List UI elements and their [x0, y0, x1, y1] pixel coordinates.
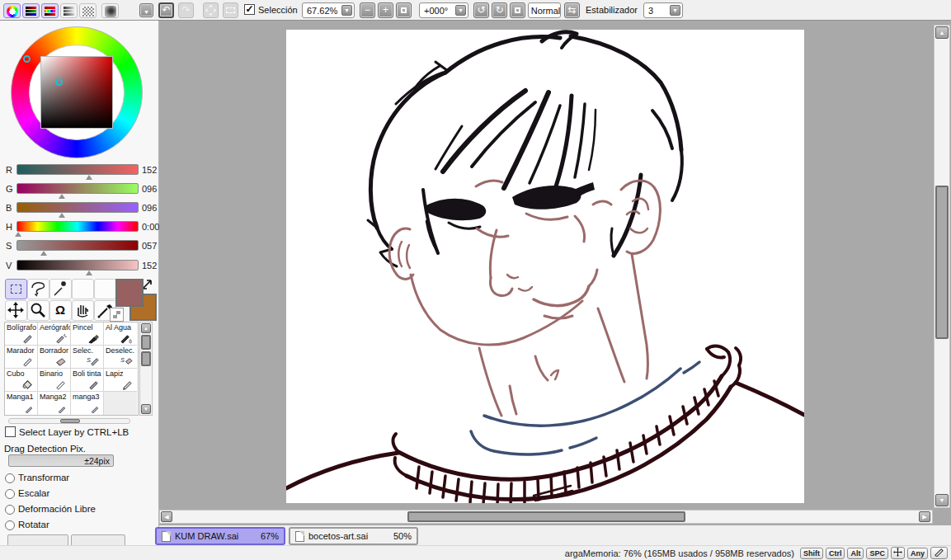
slider-r-marker[interactable] [86, 175, 92, 180]
tool-move[interactable] [5, 300, 27, 321]
slider-s-marker[interactable] [40, 251, 47, 256]
saturation-value-square[interactable] [40, 56, 113, 129]
tool-lasso[interactable] [27, 279, 49, 299]
color-wheel[interactable] [11, 26, 143, 158]
brush-hscroll-thumb[interactable] [60, 419, 80, 423]
drag-detection-value: ±24pix [84, 456, 110, 466]
slider-v-marker[interactable] [86, 271, 92, 275]
brush-lapiz[interactable]: Lapiz [104, 369, 137, 392]
panel-menu-button[interactable]: ▼ [139, 3, 153, 17]
drag-detection-slider[interactable]: ±24pix [8, 454, 114, 467]
brush-scroll-thumb[interactable] [141, 335, 151, 350]
selection-checkbox[interactable]: ✓ [244, 4, 255, 15]
slider-r[interactable] [16, 164, 139, 175]
tool-empty-2[interactable] [94, 279, 116, 299]
zoom-dropdown-icon[interactable]: ▼ [341, 5, 352, 16]
gray-bars-icon [64, 7, 74, 16]
tab-zoom: 50% [393, 531, 412, 541]
undo-button[interactable]: ↶ [158, 2, 174, 18]
angle-value-box[interactable]: +000° ▼ [419, 2, 468, 18]
zoom-reset-button[interactable] [396, 2, 412, 18]
hscroll-left-icon[interactable]: ◀ [161, 511, 172, 522]
flip-horizontal-button[interactable]: ⇆ [564, 2, 580, 18]
selection-scale-button[interactable] [223, 2, 238, 18]
tab-kum-draw[interactable]: KUM DRAW.sai 67% [155, 527, 285, 545]
key-ctrl-badge: Ctrl [826, 548, 845, 559]
sv-marker[interactable] [55, 78, 63, 86]
tab-bocetos-art[interactable]: bocetos-art.sai 50% [289, 527, 418, 545]
brush-aerografo[interactable]: Aerógrafo [38, 322, 71, 346]
zoom-in-button[interactable]: + [378, 2, 393, 18]
canvas-vscrollbar[interactable]: ▲ ▼ [934, 25, 950, 508]
brush-al-agua[interactable]: Al Agua [104, 322, 137, 346]
angle-dropdown-icon[interactable]: ▼ [455, 5, 466, 16]
tool-rotate-canvas[interactable]: Ω [49, 300, 72, 321]
radio-escalar[interactable] [5, 489, 15, 499]
left-panel: R 152 G 096 B 096 H 0:004 S 057 [0, 21, 159, 560]
brush-boli-tinta[interactable]: Boli tinta [71, 369, 104, 392]
slider-b-marker[interactable] [59, 213, 65, 218]
vscroll-up-icon[interactable]: ▲ [935, 26, 949, 39]
color-wheel-panel-button[interactable] [3, 3, 21, 18]
foreground-color-swatch[interactable] [115, 279, 144, 307]
canvas-area[interactable]: ▲ ▼ ◀ ▶ [159, 21, 951, 525]
select-layer-checkbox[interactable] [5, 426, 16, 437]
transparent-color-button[interactable] [110, 308, 124, 322]
zoom-out-button[interactable]: − [360, 2, 375, 18]
hscroll-right-icon[interactable]: ▶ [919, 511, 930, 522]
slider-h[interactable] [16, 221, 139, 232]
slider-b[interactable] [16, 202, 139, 213]
slider-v[interactable] [16, 260, 139, 271]
scratchpad-panel-button[interactable] [101, 3, 119, 18]
vscroll-down-icon[interactable]: ▼ [935, 494, 949, 506]
brush-boligrafo[interactable]: Bolígrafo [5, 322, 38, 346]
rotate-reset-button[interactable] [510, 2, 525, 18]
brush-scroll-up-icon[interactable]: ▲ [141, 323, 151, 333]
tool-empty-1[interactable] [72, 279, 94, 299]
redo-button[interactable]: ↷ [178, 2, 194, 18]
slider-label: H [6, 222, 12, 232]
tool-select-rect[interactable] [5, 279, 27, 299]
brush-manga3[interactable]: manga3 [71, 392, 104, 415]
selection-transform-button[interactable] [203, 2, 219, 18]
hsv-sliders-panel-button[interactable] [41, 3, 59, 18]
canvas-hscrollbar[interactable]: ◀ ▶ [159, 510, 933, 524]
brush-scrollbar[interactable]: ▲ ▼ [139, 322, 153, 416]
brush-hscrollbar[interactable] [8, 418, 130, 424]
swatches-panel-button[interactable] [79, 3, 97, 18]
brush-manga1[interactable]: Manga1 [5, 392, 38, 415]
radio-rotatar[interactable] [5, 520, 15, 530]
brush-cubo[interactable]: Cubo [5, 369, 38, 392]
tool-hand[interactable] [72, 300, 94, 321]
tool-magic-wand[interactable] [49, 279, 72, 299]
slider-h-marker[interactable] [15, 232, 21, 237]
radio-transformar[interactable] [5, 473, 15, 483]
zoom-value-box[interactable]: 67.62% ▼ [302, 2, 355, 18]
pen-icon [90, 405, 100, 414]
hscroll-thumb[interactable] [407, 511, 685, 522]
rotate-ccw-button[interactable]: ↺ [473, 2, 489, 18]
slider-g-marker[interactable] [59, 194, 65, 199]
canvas-document[interactable] [286, 30, 804, 503]
slider-s[interactable] [16, 240, 139, 251]
tool-zoom[interactable] [27, 300, 49, 321]
hue-marker[interactable] [23, 55, 31, 63]
radio-deformacion-libre[interactable] [5, 505, 15, 515]
brush-marador[interactable]: Marador [5, 346, 38, 369]
brush-selec[interactable]: Selec.S [71, 346, 104, 369]
brush-deselec[interactable]: Deselec.S [104, 346, 137, 369]
rgb-sliders-panel-button[interactable] [22, 3, 40, 18]
stabilizer-dropdown-icon[interactable]: ▼ [670, 5, 680, 16]
brush-borrador[interactable]: Borrador [38, 346, 71, 369]
brush-pincel[interactable]: Pincel [71, 322, 104, 346]
gray-sliders-panel-button[interactable] [60, 3, 78, 18]
slider-g[interactable] [16, 183, 139, 194]
stabilizer-value-box[interactable]: 3 ▼ [643, 2, 683, 18]
brush-binario[interactable]: Binario [38, 369, 71, 392]
move-icon [893, 548, 902, 557]
brush-manga2[interactable]: Manga2 [38, 392, 71, 415]
blend-mode-button[interactable]: Normal [528, 2, 561, 18]
vscroll-thumb[interactable] [935, 186, 949, 339]
rotate-cw-button[interactable]: ↻ [492, 2, 507, 18]
brush-scroll-down-icon[interactable]: ▼ [141, 404, 151, 414]
